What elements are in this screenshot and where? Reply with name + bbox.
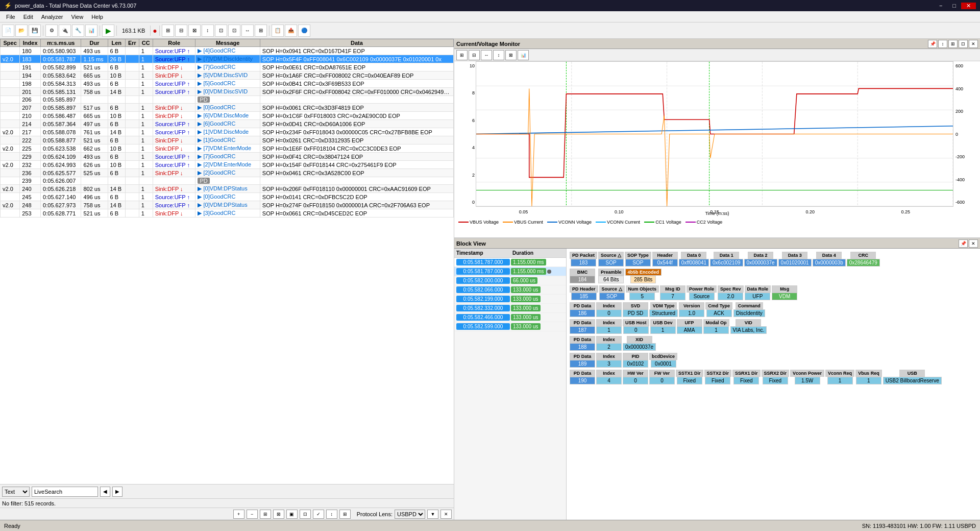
table-row[interactable]: v2.0 232 0:05.624.993 626 us 10 B 1 Sour… bbox=[1, 161, 454, 169]
bv-list-item-3[interactable]: 0:05.582.000.000 66.000 us bbox=[454, 276, 566, 285]
table-row[interactable]: 206 0:05.585.897 PD bbox=[1, 96, 454, 104]
search-prev-btn[interactable]: ◀ bbox=[100, 487, 110, 497]
bv-list-item-2[interactable]: 0:05.581.787.000 1.155.000 ms bbox=[454, 267, 566, 276]
cell-time: 0:05.624.109 bbox=[41, 153, 81, 161]
table-row[interactable]: 239 0:05.626.007 PD bbox=[1, 177, 454, 185]
protocol-lens-btn1[interactable]: ▼ bbox=[427, 510, 438, 519]
settings-btn[interactable]: ⚙ bbox=[45, 25, 58, 37]
table-scroll[interactable]: Spec Index m:s.ms.us Dur Len Err CC Role… bbox=[0, 39, 454, 484]
data0-header: Data 0 bbox=[681, 252, 706, 259]
vm-tool2[interactable]: ⊟ bbox=[469, 50, 480, 60]
search-mode-select[interactable]: Text Hex Regex bbox=[2, 487, 30, 497]
bv-list-item-7[interactable]: 0:05.582.466.000 133.000 us bbox=[454, 313, 566, 322]
capture-btn1[interactable]: ⊞ bbox=[162, 25, 174, 37]
table-row[interactable]: v2.0 217 0:05.588.078 761 us 14 B 1 Sour… bbox=[1, 128, 454, 136]
capture-btn5[interactable]: ⊡ bbox=[215, 25, 227, 37]
table-row[interactable]: v2.0 225 0:05.623.538 662 us 10 B 1 Sink… bbox=[1, 144, 454, 153]
table-row[interactable]: 198 0:05.584.313 493 us 6 B 1 Source:UFP… bbox=[1, 80, 454, 88]
export-btn3[interactable]: 🔵 bbox=[298, 25, 310, 37]
play-btn[interactable]: ▶ bbox=[102, 25, 114, 37]
vm-tool4[interactable]: ↕ bbox=[493, 50, 504, 60]
table-row[interactable]: 207 0:05.585.897 517 us 6 B 1 Sink:DFP ↓… bbox=[1, 104, 454, 112]
capture-btn4[interactable]: ↕ bbox=[202, 25, 214, 37]
maximize-btn[interactable]: □ bbox=[947, 3, 961, 9]
vm-close[interactable]: ✕ bbox=[969, 40, 978, 48]
menu-analyzer[interactable]: Analyzer bbox=[37, 13, 67, 21]
vconn-power-header: Vconn Power bbox=[790, 370, 824, 377]
table-row[interactable]: 210 0:05.586.487 665 us 10 B 1 Sink:DFP … bbox=[1, 112, 454, 120]
graph-btn[interactable]: 📊 bbox=[85, 25, 97, 37]
filter-btn1[interactable]: ⊞ bbox=[260, 510, 271, 519]
export-btn1[interactable]: 📋 bbox=[272, 25, 284, 37]
bv-close[interactable]: ✕ bbox=[969, 239, 978, 248]
cell-err bbox=[125, 153, 139, 161]
capture-btn8[interactable]: ⊞ bbox=[255, 25, 267, 37]
col-spec: Spec bbox=[1, 39, 20, 47]
table-row[interactable]: v2.0 248 0:05.627.973 758 us 14 B 1 Sour… bbox=[1, 201, 454, 209]
chart-area[interactable] bbox=[476, 61, 953, 207]
bv-list-item-1[interactable]: 0:05.581.787.000 1.155.000 ms bbox=[454, 258, 566, 267]
filter-btn4[interactable]: ⊡ bbox=[300, 510, 311, 519]
vm-tool3[interactable]: ↔ bbox=[481, 50, 492, 60]
crc-val: 0x28646479 bbox=[847, 259, 880, 267]
filter-btn6[interactable]: ↕ bbox=[326, 510, 337, 519]
bv-pin[interactable]: 📌 bbox=[959, 239, 968, 248]
table-row[interactable]: 194 0:05.583.642 665 us 10 B 1 Sink:DFP … bbox=[1, 71, 454, 80]
filter-btn5[interactable]: ✓ bbox=[313, 510, 324, 519]
bv-list-item-8[interactable]: 0:05.582.599.000 133.000 us bbox=[454, 322, 566, 331]
titlebar: ⚡ power_data - Total Phase Data Center v… bbox=[0, 0, 980, 11]
menu-edit[interactable]: Edit bbox=[19, 13, 37, 21]
table-row[interactable]: 201 0:05.585.131 758 us 14 B 1 Source:UF… bbox=[1, 88, 454, 96]
filter-btn3[interactable]: ▣ bbox=[286, 510, 298, 519]
search-input[interactable] bbox=[32, 487, 98, 497]
capture-btn3[interactable]: ⊠ bbox=[188, 25, 201, 37]
vm-btn4[interactable]: ⊡ bbox=[959, 40, 968, 48]
bv-list-item-6[interactable]: 0:05.582.332.000 133.000 us bbox=[454, 304, 566, 313]
protocol-lens-btn2[interactable]: ✕ bbox=[440, 510, 452, 519]
cell-cc: 1 bbox=[139, 55, 153, 63]
export-btn2[interactable]: 📤 bbox=[285, 25, 297, 37]
capture-btn7[interactable]: ↔ bbox=[241, 25, 254, 37]
table-row[interactable]: 245 0:05.627.140 496 us 6 B 1 Source:UFP… bbox=[1, 193, 454, 201]
open-btn[interactable]: 📂 bbox=[15, 25, 28, 37]
vm-btn3[interactable]: ⊞ bbox=[948, 40, 958, 48]
cell-role: Sink:DFP ↓ bbox=[153, 185, 195, 193]
vm-tool5[interactable]: ⊠ bbox=[505, 50, 517, 60]
new-btn[interactable]: 📄 bbox=[2, 25, 14, 37]
bv-list-item-5[interactable]: 0:05.582.199.000 133.000 us bbox=[454, 295, 566, 304]
capture-btn2[interactable]: ⊟ bbox=[175, 25, 187, 37]
data2-header: Data 2 bbox=[748, 252, 773, 259]
filter-btn2[interactable]: ⊠ bbox=[273, 510, 284, 519]
minimize-btn[interactable]: − bbox=[934, 3, 947, 9]
close-btn[interactable]: ✕ bbox=[961, 3, 976, 9]
table-row[interactable]: 229 0:05.624.109 493 us 6 B 1 Source:UFP… bbox=[1, 153, 454, 161]
vm-tool6[interactable]: 📊 bbox=[518, 50, 529, 60]
menu-file[interactable]: File bbox=[2, 13, 19, 21]
table-row[interactable]: 214 0:05.587.364 497 us 6 B 1 Source:UFP… bbox=[1, 120, 454, 128]
bv-list-item-4[interactable]: 0:05.582.066.000 133.000 us bbox=[454, 285, 566, 295]
idx-188-val: 2 bbox=[596, 343, 622, 351]
vm-btn1[interactable]: 📌 bbox=[928, 40, 937, 48]
usb-btn[interactable]: 🔌 bbox=[59, 25, 71, 37]
table-row[interactable]: 222 0:05.588.877 521 us 6 B 1 Sink:DFP ↓… bbox=[1, 136, 454, 144]
menu-view[interactable]: View bbox=[67, 13, 88, 21]
vm-btn2[interactable]: ↕ bbox=[938, 40, 947, 48]
menu-help[interactable]: Help bbox=[87, 13, 107, 21]
vm-tool1[interactable]: ⊞ bbox=[456, 50, 468, 60]
table-row[interactable]: v2.0 183 0:05.581.787 1.15 ms 26 B 1 Sou… bbox=[1, 55, 454, 63]
protocol-lens-select[interactable]: USBPD USB I2C bbox=[395, 510, 425, 519]
add-filter-btn[interactable]: + bbox=[233, 510, 244, 519]
table-row[interactable]: v2.0 240 0:05.626.218 802 us 14 B 1 Sink… bbox=[1, 185, 454, 193]
remove-filter-btn[interactable]: − bbox=[247, 510, 258, 519]
table-row[interactable]: 180 0:05.580.903 493 us 6 B 1 Source:UFP… bbox=[1, 47, 454, 55]
search-next-btn[interactable]: ▶ bbox=[112, 487, 122, 497]
col-cc: CC bbox=[139, 39, 153, 47]
tools-btn[interactable]: 🔧 bbox=[72, 25, 84, 37]
cell-message: ▶ [7]VDM:EnterMode bbox=[195, 144, 260, 153]
filter-btn7[interactable]: ⊞ bbox=[339, 510, 351, 519]
table-row[interactable]: 253 0:05.628.771 521 us 6 B 1 Sink:DFP ↓… bbox=[1, 209, 454, 218]
save-btn[interactable]: 💾 bbox=[29, 25, 41, 37]
table-row[interactable]: 236 0:05.625.577 525 us 6 B 1 Sink:DFP ↓… bbox=[1, 169, 454, 177]
capture-btn6[interactable]: ⊡ bbox=[228, 25, 240, 37]
table-row[interactable]: 191 0:05.582.899 521 us 6 B 1 Sink:DFP ↓… bbox=[1, 63, 454, 71]
